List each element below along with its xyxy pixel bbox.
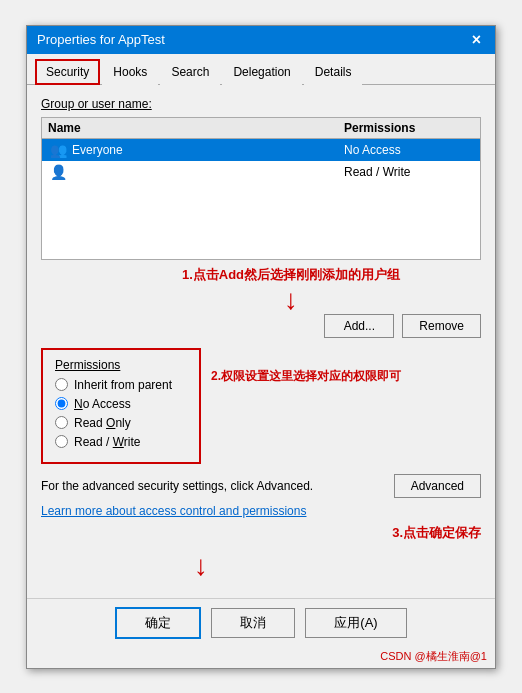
user-perm-1: Read / Write xyxy=(344,165,474,179)
radio-no-access-label: No Access xyxy=(74,397,131,411)
radio-inherit: Inherit from parent xyxy=(55,378,187,392)
col-name-header: Name xyxy=(48,121,344,135)
arrow-bottom-icon: ↓ xyxy=(41,550,361,582)
radio-read-write: Read / Write xyxy=(55,435,187,449)
close-button[interactable]: × xyxy=(468,32,485,48)
user-name-0: Everyone xyxy=(72,143,344,157)
tab-search[interactable]: Search xyxy=(160,59,220,85)
cancel-button[interactable]: 取消 xyxy=(211,608,295,638)
user-perm-0: No Access xyxy=(344,143,474,157)
table-header: Name Permissions xyxy=(42,118,480,139)
radio-read-write-input[interactable] xyxy=(55,435,68,448)
radio-inherit-label: Inherit from parent xyxy=(74,378,172,392)
advanced-button[interactable]: Advanced xyxy=(394,474,481,498)
remove-button[interactable]: Remove xyxy=(402,314,481,338)
table-row[interactable]: 👤 Read / Write xyxy=(42,161,480,183)
advanced-row: For the advanced security settings, clic… xyxy=(41,474,481,498)
tab-delegation[interactable]: Delegation xyxy=(222,59,301,85)
tab-details[interactable]: Details xyxy=(304,59,363,85)
apply-button[interactable]: 应用(A) xyxy=(305,608,406,638)
add-remove-row: Add... Remove xyxy=(41,314,481,338)
table-body: 👥 Everyone No Access 👤 Read / Write xyxy=(42,139,480,259)
dialog-footer: 确定 取消 应用(A) xyxy=(27,598,495,647)
user-icon-1: 👤 xyxy=(48,164,68,180)
radio-read-write-label: Read / Write xyxy=(74,435,140,449)
group-user-label: Group or user name: xyxy=(41,97,481,111)
radio-read-only-input[interactable] xyxy=(55,416,68,429)
annotation-3: 3.点击确定保存 xyxy=(392,524,481,542)
tab-bar: Security Hooks Search Delegation Details xyxy=(27,54,495,85)
annotation-1: 1.点击Add然后选择刚刚添加的用户组 xyxy=(101,266,481,284)
radio-read-only-label: Read Only xyxy=(74,416,131,430)
tab-security[interactable]: Security xyxy=(35,59,100,85)
access-control-link[interactable]: Learn more about access control and perm… xyxy=(41,504,306,518)
radio-inherit-input[interactable] xyxy=(55,378,68,391)
radio-read-only: Read Only xyxy=(55,416,187,430)
user-table: Name Permissions 👥 Everyone No Access 👤 … xyxy=(41,117,481,260)
permissions-section: Permissions Inherit from parent No Acces… xyxy=(41,348,481,464)
permissions-box: Permissions Inherit from parent No Acces… xyxy=(41,348,201,464)
add-button[interactable]: Add... xyxy=(324,314,394,338)
radio-no-access: No Access xyxy=(55,397,187,411)
radio-no-access-input[interactable] xyxy=(55,397,68,410)
security-content: Group or user name: Name Permissions 👥 E… xyxy=(27,85,495,598)
advanced-text: For the advanced security settings, clic… xyxy=(41,479,313,493)
dialog-title: Properties for AppTest xyxy=(37,32,165,47)
main-dialog: Properties for AppTest × Security Hooks … xyxy=(26,25,496,669)
watermark: CSDN @橘生淮南@1 xyxy=(27,647,495,668)
col-perm-header: Permissions xyxy=(344,121,474,135)
tab-hooks[interactable]: Hooks xyxy=(102,59,158,85)
title-bar: Properties for AppTest × xyxy=(27,26,495,54)
table-row[interactable]: 👥 Everyone No Access xyxy=(42,139,480,161)
ok-button[interactable]: 确定 xyxy=(115,607,201,639)
permissions-title: Permissions xyxy=(55,358,187,372)
user-icon-0: 👥 xyxy=(48,142,68,158)
annotation-2: 2.权限设置这里选择对应的权限即可 xyxy=(211,348,481,385)
arrow-down-icon: ↓ xyxy=(101,286,481,314)
